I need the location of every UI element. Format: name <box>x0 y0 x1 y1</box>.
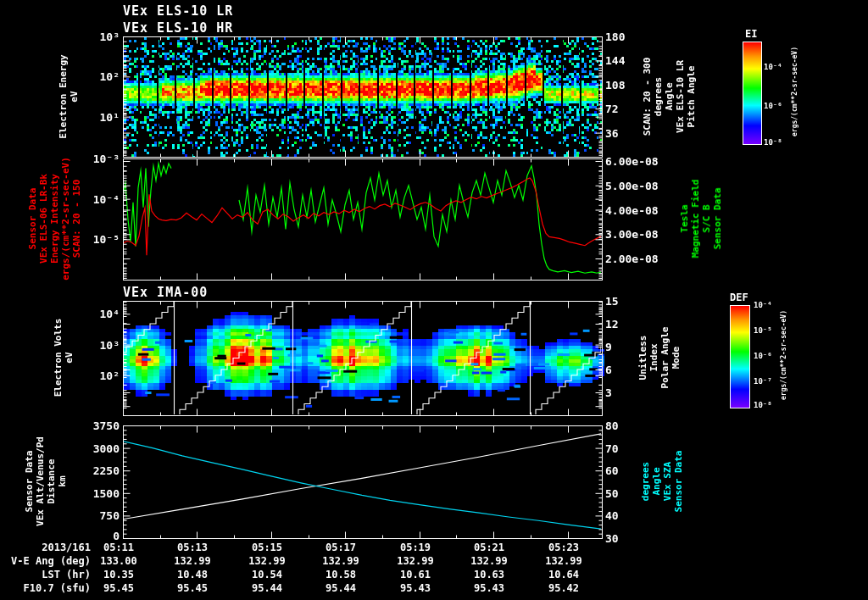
colorbar-tick-label: 10⁻⁶ <box>754 351 772 362</box>
table-cell: 95.43 <box>455 582 523 594</box>
table-cell: 95.43 <box>381 582 449 594</box>
y-tick-label: 750 <box>100 510 120 521</box>
y-tick-label: 108 <box>605 80 625 91</box>
colorbar-units-text: ergs/(cm**2-sr-sec-eV) <box>780 310 787 400</box>
colorbar-units-label: ergs/(cm**2-sr-sec-eV) <box>780 310 787 400</box>
time-tick-label: 05:11 <box>85 542 153 553</box>
y-tick-label: 40 <box>605 510 619 521</box>
y-tick-label: 12 <box>605 319 619 330</box>
table-cell: 132.99 <box>381 555 449 567</box>
rotated-axis-label: Sensor DataVEx ELS-06 LR-BkEnergy Intens… <box>27 157 82 281</box>
colorbar-tick-label: 10⁻⁸ <box>764 137 782 148</box>
y-tick-label: 10² <box>100 71 120 82</box>
table-cell: 10.48 <box>159 569 226 581</box>
rotated-axis-label: Electron VoltseV <box>53 319 75 397</box>
rotated-axis-label-line: degrees <box>640 451 651 513</box>
time-tick-label: 05:19 <box>381 542 449 553</box>
y-tick-label: 0 <box>113 531 120 542</box>
table-cell: 10.58 <box>307 569 375 581</box>
y-tick-label: 3.00e-08 <box>605 229 659 240</box>
table-cell: 10.35 <box>85 569 153 581</box>
y-tick-label: 10² <box>100 370 120 381</box>
vex-orbit-plot-figure: VEx ELS-10 LR VEx ELS-10 HR VEx IMA-00 1… <box>0 0 868 600</box>
colorbar-units-text: ergs/(cm**2-sr-sec-eV) <box>791 47 798 136</box>
panel1-title-line2: VEx ELS-10 HR <box>123 20 233 36</box>
y-tick-label: 80 <box>605 420 619 431</box>
rotated-axis-label-line: Distance <box>46 436 57 526</box>
colorbar-units-label: ergs/(cm**2-sr-sec-eV) <box>791 47 798 136</box>
y-tick-label: 15 <box>605 296 619 307</box>
rotated-axis-label-line: ergs/(cm**2-sr-sec-eV) <box>60 157 71 281</box>
rotated-axis-label-line: Electron Volts <box>53 319 64 397</box>
table-cell: 10.64 <box>530 569 598 581</box>
table-date-label: 2013/161 <box>42 542 91 553</box>
y-tick-label: 30 <box>605 533 619 544</box>
rotated-axis-label-line: Electron Energy <box>58 54 69 138</box>
panel1-title-line1: VEx ELS-10 LR <box>123 3 233 19</box>
y-tick-label: 70 <box>605 443 619 454</box>
y-tick-label: 10⁻⁴ <box>93 194 120 205</box>
rotated-axis-label-line: SCAN: 20 - 300 <box>642 58 653 136</box>
rotated-axis-label-line: Mode <box>670 327 682 389</box>
rotated-axis-label-line: VEx ELS-10 LR <box>675 58 686 136</box>
y-tick-label: 2250 <box>93 465 120 476</box>
def-colorbar-title: DEF <box>730 292 748 303</box>
time-tick-label: 05:17 <box>307 542 375 553</box>
y-tick-label: 10³ <box>100 340 120 351</box>
y-tick-label: 9 <box>605 342 612 353</box>
colorbar-tick-label: 10⁻⁶ <box>764 101 782 112</box>
table-cell: 95.45 <box>85 582 153 594</box>
rotated-axis-label-line: degrees <box>653 58 664 136</box>
time-tick-label: 05:15 <box>233 542 301 553</box>
table-cell: 132.99 <box>530 555 598 567</box>
rotated-axis-label-line: VEx ELS-06 LR-Bk <box>38 157 49 281</box>
y-tick-label: 72 <box>605 103 619 114</box>
def-colorbar <box>730 305 750 408</box>
ei-colorbar <box>743 42 762 145</box>
y-tick-label: 10⁻⁵ <box>93 234 120 245</box>
rotated-axis-label-line: Pitch Angle <box>686 58 697 136</box>
y-tick-label: 180 <box>605 31 625 42</box>
y-tick-label: 2.00e-08 <box>605 253 659 264</box>
y-tick-label: 3 <box>605 387 612 398</box>
table-cell: 132.99 <box>307 555 375 567</box>
table-cell: 10.54 <box>233 569 301 581</box>
rotated-axis-label: UnitlessIndexPolar AngleMode <box>637 327 682 389</box>
colorbar-tick-label: 10⁻⁷ <box>754 376 772 387</box>
y-tick-label: 4.00e-08 <box>605 205 659 216</box>
table-cell: 95.45 <box>159 582 226 594</box>
rotated-axis-label-line: VEx Alt/Venus/Pd <box>35 436 46 526</box>
table-cell: 133.00 <box>85 555 153 567</box>
rotated-axis-label-line: SCAN: 20 - 150 <box>71 157 82 281</box>
table-cell: 95.44 <box>307 582 375 594</box>
rotated-axis-label-line: Magnetic Field <box>690 180 701 258</box>
rotated-axis-label-line: Tesla <box>679 180 690 258</box>
time-tick-label: 05:21 <box>455 542 523 553</box>
ei-colorbar-title: EI <box>745 28 757 40</box>
colorbar-tick-label: 10⁻⁴ <box>754 300 772 311</box>
y-tick-label: 10⁴ <box>100 308 120 319</box>
time-tick-label: 05:23 <box>530 542 598 553</box>
y-tick-label: 10³ <box>100 31 120 42</box>
rotated-axis-label-line: Angle <box>651 451 662 513</box>
table-row-label: LST (hr) <box>42 569 91 581</box>
table-cell: 10.63 <box>455 569 523 581</box>
table-row-label: F10.7 (sfu) <box>24 582 91 594</box>
table-cell: 132.99 <box>233 555 301 567</box>
rotated-axis-label-line: Sensor Data <box>24 436 35 526</box>
table-cell: 132.99 <box>159 555 226 567</box>
table-cell: 132.99 <box>455 555 523 567</box>
rotated-axis-label: SCAN: 20 - 300degreesAngleVEx ELS-10 LRP… <box>642 58 697 136</box>
rotated-axis-label: Electron EnergyeV <box>58 54 80 138</box>
rotated-axis-label-line: S/C B <box>701 180 712 258</box>
rotated-axis-label-line: eV <box>64 319 75 397</box>
rotated-axis-label-line: eV <box>69 54 80 138</box>
panel3-title: VEx IMA-00 <box>123 285 208 300</box>
y-tick-label: 6.00e-08 <box>605 156 659 167</box>
y-tick-label: 144 <box>605 55 625 66</box>
y-tick-label: 3000 <box>93 443 120 454</box>
y-tick-label: 50 <box>605 488 619 499</box>
y-tick-label: 5.00e-08 <box>605 181 659 192</box>
rotated-axis-label-line: Angle <box>664 58 675 136</box>
y-tick-label: 10¹ <box>100 112 120 123</box>
